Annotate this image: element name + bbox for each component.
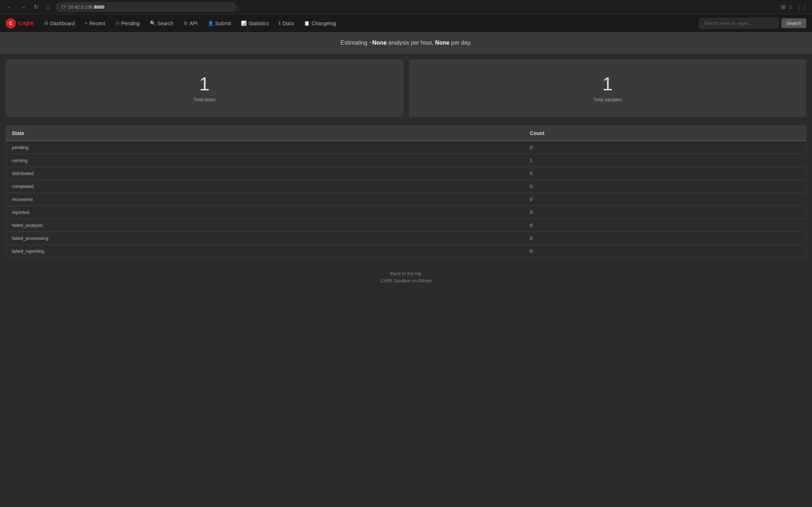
cell-state: failed_analysis	[6, 219, 524, 232]
table-header-row: State Count	[6, 126, 806, 141]
nav-search-wrapper: Search	[699, 18, 806, 28]
changelog-icon: 📋	[304, 21, 310, 26]
nav-label-recent: Recent	[89, 21, 105, 26]
table-row: distributed0	[6, 167, 806, 180]
nav-item-statistics[interactable]: 📊 Statistics	[237, 18, 273, 28]
table-row: completed0	[6, 180, 806, 193]
total-samples-label: Total samples	[593, 97, 622, 102]
statistics-icon: 📊	[241, 21, 247, 26]
banner-middle: analysis per hour,	[387, 40, 435, 46]
total-tasks-label: Total tasks	[193, 97, 215, 102]
banner-prefix: Estimating ~	[341, 40, 372, 46]
submit-icon: 👤	[208, 21, 214, 26]
state-table-section: State Count pending0running1distributed0…	[6, 126, 806, 258]
home-button[interactable]: ⌂	[44, 3, 52, 12]
api-icon: ⚙	[183, 21, 188, 26]
logo-icon: C	[6, 18, 16, 28]
stats-row: 1 Total tasks 1 Total samples	[0, 54, 812, 123]
cell-state: failed_processing	[6, 232, 524, 245]
search-icon: 🔍	[150, 21, 156, 26]
cell-count: 0	[524, 167, 806, 180]
logo-text: cape	[18, 19, 34, 27]
url-text: 10.42.0.156:8000	[68, 4, 104, 10]
browser-actions: ⊞ ☆ ⋮⋮	[781, 4, 808, 10]
cell-state: distributed	[6, 167, 524, 180]
nav-label-pending: Pending	[121, 21, 139, 26]
app-logo[interactable]: C cape	[6, 18, 34, 28]
nav-item-dashboard[interactable]: ⊞ Dashboard	[40, 18, 79, 28]
total-tasks-number: 1	[199, 75, 210, 93]
cell-count: 0	[524, 193, 806, 206]
nav-search-button[interactable]: Search	[781, 18, 806, 28]
cell-count: 0	[524, 232, 806, 245]
dashboard-icon: ⊞	[44, 21, 48, 26]
col-header-count: Count	[524, 126, 806, 141]
stat-card-total-samples: 1 Total samples	[409, 59, 807, 117]
nav-label-changelog: Changelog	[311, 21, 336, 26]
cell-count: 0	[524, 206, 806, 219]
banner-per-hour: None	[372, 40, 387, 46]
browser-chrome: ← → ↻ ⌂ 🛡 10.42.0.156:8000 ⊞ ☆ ⋮⋮	[0, 0, 812, 14]
pending-icon: ◷	[115, 21, 119, 26]
nav-item-api[interactable]: ⚙ API	[179, 18, 202, 28]
security-icon: 🛡	[61, 4, 66, 10]
more-button[interactable]: ⋮⋮	[796, 4, 808, 10]
nav-label-api: API	[189, 21, 198, 26]
table-row: recovered0	[6, 193, 806, 206]
table-row: reported0	[6, 206, 806, 219]
github-link[interactable]: CAPE Sandbox on GitHub	[381, 278, 431, 283]
nav-item-docs[interactable]: ℹ Docs	[274, 18, 298, 28]
extensions-button[interactable]: ⊞	[781, 4, 785, 10]
app-navbar: C cape ⊞ Dashboard ≡ Recent ◷ Pending 🔍 …	[0, 14, 812, 32]
nav-item-submit[interactable]: 👤 Submit	[203, 18, 235, 28]
cell-count: 0	[524, 245, 806, 258]
recent-icon: ≡	[85, 21, 88, 26]
reload-button[interactable]: ↻	[32, 2, 41, 12]
cell-state: completed	[6, 180, 524, 193]
col-header-state: State	[6, 126, 524, 141]
table-row: failed_analysis0	[6, 219, 806, 232]
nav-item-pending[interactable]: ◷ Pending	[111, 18, 144, 28]
nav-label-dashboard: Dashboard	[50, 21, 75, 26]
back-to-top-link[interactable]: Back to the top	[390, 271, 422, 276]
forward-button[interactable]: →	[18, 3, 28, 12]
cell-state: running	[6, 154, 524, 167]
cell-state: recovered	[6, 193, 524, 206]
nav-item-recent[interactable]: ≡ Recent	[81, 18, 110, 28]
stat-card-total-tasks: 1 Total tasks	[6, 59, 403, 117]
table-row: failed_processing0	[6, 232, 806, 245]
table-row: failed_reporting0	[6, 245, 806, 258]
banner-suffix: per day.	[449, 40, 471, 46]
bookmark-button[interactable]: ☆	[788, 4, 793, 10]
docs-icon: ℹ	[279, 21, 281, 26]
nav-label-submit: Submit	[215, 21, 231, 26]
nav-search-input[interactable]	[699, 18, 779, 28]
cell-state: pending	[6, 141, 524, 154]
back-button[interactable]: ←	[4, 3, 14, 12]
cell-state: failed_reporting	[6, 245, 524, 258]
nav-item-changelog[interactable]: 📋 Changelog	[300, 18, 340, 28]
cell-state: reported	[6, 206, 524, 219]
cell-count: 0	[524, 180, 806, 193]
footer: Back to the top CAPE Sandbox on GitHub	[0, 264, 812, 291]
state-table: State Count pending0running1distributed0…	[6, 126, 806, 257]
main-content: Estimating ~None analysis per hour, None…	[0, 32, 812, 291]
estimation-banner: Estimating ~None analysis per hour, None…	[0, 32, 812, 54]
cell-count: 0	[524, 219, 806, 232]
url-bar[interactable]: 🛡 10.42.0.156:8000	[56, 3, 236, 12]
banner-per-day: None	[435, 40, 449, 46]
cell-count: 0	[524, 141, 806, 154]
table-row: pending0	[6, 141, 806, 154]
table-header: State Count	[6, 126, 806, 141]
nav-label-docs: Docs	[282, 21, 294, 26]
nav-label-statistics: Statistics	[248, 21, 269, 26]
nav-item-search[interactable]: 🔍 Search	[145, 18, 178, 28]
table-row: running1	[6, 154, 806, 167]
table-body: pending0running1distributed0completed0re…	[6, 141, 806, 257]
total-samples-number: 1	[602, 75, 613, 93]
cell-count: 1	[524, 154, 806, 167]
nav-label-search: Search	[157, 21, 173, 26]
